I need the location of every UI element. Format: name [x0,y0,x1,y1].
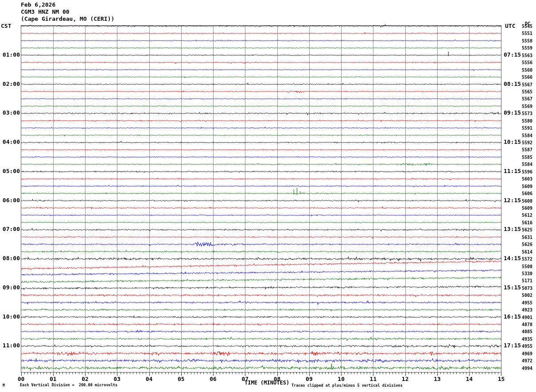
dc-value: 5580 [522,119,532,123]
dc-value: 5614 [522,250,532,254]
utc-hour-label: 13:15 [504,226,521,232]
clip-note: Traces clipped at plus/minus 5 vertical … [291,383,403,388]
cst-hour-label: 08:00 [2,255,20,261]
dc-value: 5567 [522,97,532,101]
scale-note: Each Vertical Division = 200.00 microvol… [20,383,117,387]
dc-value: 5612 [522,213,532,218]
minute-label: 01 [46,376,61,382]
dc-value: 5584 [522,134,532,138]
title-location: (Cape Girardeau, MO (CERI)) [21,15,114,23]
dc-value: 5556 [522,61,532,65]
x-axis-title: TIME (MINUTES) [245,380,289,386]
dc-value: 5545 [522,24,532,29]
minute-label: 03 [109,376,124,382]
right-timezone-label: UTC [505,23,515,29]
cst-hour-label: 11:00 [2,342,20,349]
dc-value: 5609 [522,206,532,211]
dc-value: 5608 [522,199,532,204]
utc-hour-label: 09:15 [504,110,521,116]
utc-hour-label: 07:15 [504,52,521,58]
dc-value: 4972 [522,359,532,363]
dc-value: 4923 [522,308,532,312]
dc-value: 4935 [522,337,532,342]
dc-value: 5569 [522,104,532,109]
minute-label: 02 [78,376,93,382]
dc-value: 5584 [522,162,532,167]
left-timezone-label: CST [1,23,11,29]
cst-hour-label: 03:00 [2,110,20,116]
dc-value: 5330 [522,272,532,276]
dc-value: 5558 [522,39,532,43]
minute-label: 04 [142,376,157,382]
utc-hour-label: 14:15 [504,255,521,261]
minute-label: 10 [334,376,349,382]
dc-value: 4994 [522,366,532,371]
dc-value: 5625 [522,228,532,232]
dc-value: 4955 [522,301,532,305]
dc-value: 5572 [522,257,532,261]
minute-label: 12 [398,376,413,382]
dc-value: 5591 [522,126,532,131]
minute-label: 11 [365,376,381,382]
dc-value: 5596 [522,170,532,174]
dc-value: 4885 [522,330,532,334]
dc-value: 5573 [522,111,532,116]
dc-value: 5563 [522,54,532,58]
utc-hour-label: 10:15 [504,139,521,145]
minute-label: 09 [302,376,317,382]
utc-hour-label: 16:15 [504,314,521,320]
dc-value: 5587 [522,148,532,152]
dc-value: 5567 [522,83,532,87]
utc-hour-label: 17:15 [504,342,521,349]
dc-value: 5592 [522,141,532,145]
dc-value: 5551 [522,31,532,36]
cst-hour-label: 06:00 [2,197,20,204]
dc-value: 5631 [522,235,532,240]
dc-value: 5560 [522,68,532,73]
helicorder-page: Feb 6,2026 CGM3 HNZ NM 00 (Cape Girardea… [0,0,536,392]
cst-hour-label: 04:00 [2,139,20,145]
minute-label: 06 [206,376,221,382]
dc-value: 5566 [522,75,532,80]
seismogram-canvas [0,0,536,392]
minute-label: 15 [494,376,509,382]
title-station: CGM3 HNZ NM 00 [21,8,70,15]
cst-hour-label: 01:00 [2,52,20,58]
dc-value: 5606 [522,192,532,196]
cst-hour-label: 10:00 [2,314,20,320]
dc-value: 4878 [522,323,532,327]
title-date: Feb 6,2026 [21,1,55,8]
dc-value: 4969 [522,352,532,356]
cst-hour-label: 07:00 [2,226,20,232]
dc-value: 5585 [522,155,532,160]
cst-hour-label: 02:00 [2,81,20,87]
utc-hour-label: 12:15 [504,197,521,204]
dc-value: 5565 [522,90,532,94]
utc-hour-label: 08:15 [504,81,521,87]
dc-value: 5559 [522,46,532,50]
utc-hour-label: 11:15 [504,168,521,174]
cst-hour-label: 09:00 [2,284,20,291]
dc-value: 5616 [522,221,532,225]
dc-value: 5609 [522,184,532,189]
dc-value: 5171 [522,279,532,283]
dc-value: 5002 [522,293,532,298]
dc-value: 5073 [522,286,532,291]
cst-hour-label: 05:00 [2,168,20,174]
dc-value: 5626 [522,242,532,247]
dc-value: 5508 [522,265,532,269]
dc-value: 4901 [522,315,532,320]
dc-value: 5603 [522,177,532,181]
minute-label: 13 [430,376,445,382]
minute-label: 00 [14,376,29,382]
dc-value: 4955 [522,344,532,349]
minute-label: 05 [174,376,189,382]
margin-glyph: M [3,384,5,388]
minute-label: 14 [462,376,477,382]
utc-hour-label: 15:15 [504,284,521,291]
